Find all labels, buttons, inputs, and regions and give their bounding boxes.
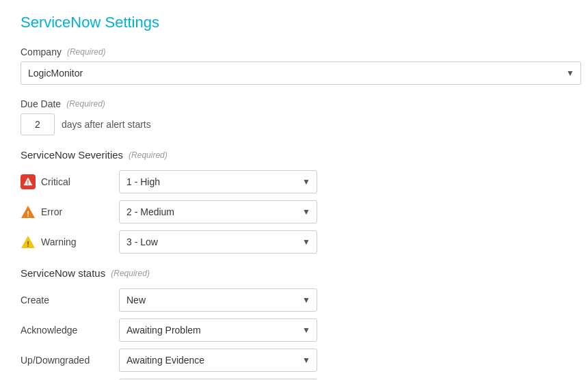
company-required: (Required) [67, 47, 106, 57]
warning-icon: ! [21, 234, 36, 249]
error-icon: ! [21, 204, 36, 219]
due-date-field: Due Date (Required) days after alert sta… [21, 98, 567, 135]
severity-row-error: ! Error 1 - High 2 - Medium 3 - Low 4 - … [21, 200, 567, 223]
due-date-required: (Required) [66, 99, 105, 109]
severities-grid: ! Critical 1 - High 2 - Medium 3 - Low 4… [21, 170, 567, 254]
svg-text:!: ! [27, 210, 29, 218]
create-status-select[interactable]: New In Progress Awaiting Problem Awaitin… [119, 288, 317, 312]
status-row-create: Create New In Progress Awaiting Problem … [21, 288, 567, 312]
status-required: (Required) [111, 269, 150, 278]
severities-section: ServiceNow Severities (Required) ! Criti… [21, 149, 567, 254]
updowngraded-status-select[interactable]: New In Progress Awaiting Problem Awaitin… [119, 349, 317, 372]
warning-label: Warning [41, 236, 77, 247]
due-date-label: Due Date [21, 98, 61, 109]
acknowledge-status-select[interactable]: New In Progress Awaiting Problem Awaitin… [119, 318, 317, 342]
company-select-wrapper: LogicMonitor ▼ [21, 62, 581, 85]
error-label: Error [41, 206, 62, 217]
severities-required: (Required) [129, 150, 168, 160]
status-row-updowngraded: Up/Downgraded New In Progress Awaiting P… [21, 349, 567, 372]
company-field: Company (Required) LogicMonitor ▼ [21, 46, 567, 85]
severities-label: ServiceNow Severities [21, 149, 123, 161]
updowngraded-label: Up/Downgraded [21, 355, 109, 366]
status-row-acknowledge: Acknowledge New In Progress Awaiting Pro… [21, 318, 567, 342]
critical-icon: ! [21, 174, 36, 189]
create-label: Create [21, 295, 109, 306]
warning-severity-select[interactable]: 1 - High 2 - Medium 3 - Low 4 - Info [119, 230, 317, 254]
company-label: Company [21, 46, 62, 57]
critical-severity-select[interactable]: 1 - High 2 - Medium 3 - Low 4 - Info [119, 170, 317, 193]
status-section: ServiceNow status (Required) Create New … [21, 267, 567, 380]
svg-text:!: ! [27, 240, 29, 248]
acknowledge-label: Acknowledge [21, 325, 109, 336]
due-date-suffix: days after alert starts [62, 119, 151, 130]
company-select[interactable]: LogicMonitor [21, 62, 581, 85]
status-label: ServiceNow status [21, 267, 105, 279]
svg-text:!: ! [27, 179, 29, 186]
error-severity-select[interactable]: 1 - High 2 - Medium 3 - Low 4 - Info [119, 200, 317, 223]
severity-row-warning: ! Warning 1 - High 2 - Medium 3 - Low 4 … [21, 230, 567, 254]
page-title: ServiceNow Settings [21, 14, 567, 31]
status-grid: Create New In Progress Awaiting Problem … [21, 288, 567, 380]
severity-row-critical: ! Critical 1 - High 2 - Medium 3 - Low 4… [21, 170, 567, 193]
due-date-input[interactable] [21, 113, 55, 135]
critical-label: Critical [41, 176, 70, 187]
